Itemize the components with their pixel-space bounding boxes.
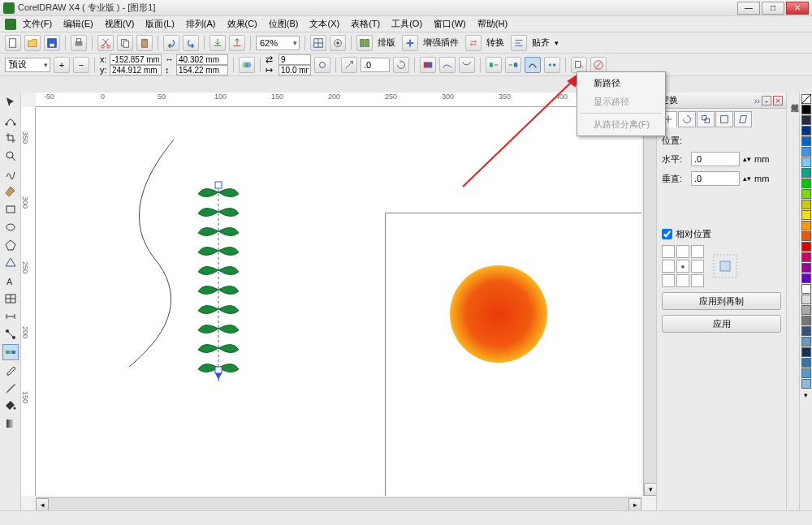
polygon-tool[interactable]	[2, 237, 19, 253]
docker-close-button[interactable]: ×	[773, 96, 783, 105]
gradient-circle-object[interactable]	[446, 261, 551, 367]
more-blend-button[interactable]	[544, 57, 560, 73]
zoom-tool[interactable]	[2, 148, 19, 164]
export-button[interactable]	[229, 35, 245, 51]
color-swatch[interactable]	[801, 189, 811, 199]
color-swatch[interactable]	[801, 157, 811, 167]
leaf-blend-object[interactable]	[190, 180, 247, 391]
align-label[interactable]: 贴齐	[529, 35, 553, 50]
scroll-right-button[interactable]: ▸	[628, 498, 641, 510]
collapsed-docker[interactable]: 对象属性	[786, 93, 799, 510]
anchor-bc[interactable]	[676, 274, 689, 287]
relative-checkbox[interactable]	[662, 229, 672, 239]
color-swatch[interactable]	[801, 337, 811, 346]
align-icon[interactable]	[511, 35, 527, 51]
preset-dropdown[interactable]: 预设	[5, 58, 50, 72]
dimension-tool[interactable]	[2, 308, 19, 325]
anchor-mr[interactable]	[691, 260, 704, 273]
loop-button[interactable]	[314, 57, 330, 73]
minimize-button[interactable]: —	[737, 2, 760, 15]
tab-rotate[interactable]	[678, 111, 696, 127]
docker-min-button[interactable]: -	[762, 96, 771, 105]
end-obj-button[interactable]	[505, 57, 521, 73]
anchor-tr[interactable]	[691, 245, 704, 258]
basic-shapes-tool[interactable]	[2, 255, 19, 271]
plugin-icon[interactable]	[402, 35, 418, 51]
color-swatch[interactable]	[801, 200, 811, 209]
tab-scale[interactable]	[697, 111, 715, 127]
color-swatch[interactable]	[801, 284, 811, 294]
maximize-button[interactable]: □	[762, 2, 784, 15]
start-obj-button[interactable]	[486, 57, 502, 73]
print-button[interactable]	[71, 35, 87, 51]
palette-scroll-down[interactable]: ▾	[804, 391, 808, 399]
color-swatch[interactable]	[801, 295, 811, 304]
pick-tool[interactable]	[2, 94, 19, 110]
color-swatch[interactable]	[801, 379, 811, 389]
connector-tool[interactable]	[2, 326, 19, 342]
anchor-br[interactable]	[691, 274, 704, 287]
blend-tool[interactable]	[2, 344, 19, 360]
menu-table[interactable]: 表格(T)	[346, 16, 385, 32]
anchor-tc[interactable]	[676, 245, 689, 258]
color-swatch[interactable]	[801, 221, 811, 230]
accel-button[interactable]	[439, 57, 456, 73]
s-curve-object[interactable]	[125, 136, 198, 375]
color-swatch[interactable]	[801, 305, 811, 315]
menu-window[interactable]: 窗口(W)	[429, 16, 471, 32]
layout-icon[interactable]	[356, 35, 373, 51]
tab-skew[interactable]	[734, 111, 752, 127]
color-swatch[interactable]	[801, 252, 811, 262]
menu-new-path[interactable]: 新路径	[577, 74, 665, 93]
color-swatch[interactable]	[801, 179, 811, 188]
color-swatch[interactable]	[801, 210, 811, 220]
vert-input[interactable]	[691, 171, 740, 186]
outline-tool[interactable]	[2, 380, 19, 396]
rectangle-tool[interactable]	[2, 201, 19, 217]
undo-button[interactable]	[163, 35, 179, 51]
anchor-center[interactable]	[676, 260, 689, 273]
color-swatch[interactable]	[801, 347, 811, 357]
width-input[interactable]	[176, 54, 228, 65]
direction-button[interactable]	[341, 57, 357, 73]
color-swatch[interactable]	[801, 105, 811, 114]
color-swatch[interactable]	[801, 147, 811, 157]
ruler-vertical[interactable]: 350 300 250 200 150	[21, 107, 36, 496]
color-swatch[interactable]	[801, 242, 811, 252]
import-button[interactable]	[209, 35, 226, 51]
menu-bitmap[interactable]: 位图(B)	[264, 16, 304, 32]
paste-button[interactable]	[136, 35, 153, 51]
shape-tool[interactable]	[2, 112, 19, 128]
menu-help[interactable]: 帮助(H)	[473, 16, 512, 32]
menu-tools[interactable]: 工具(O)	[387, 16, 427, 32]
color-swatch[interactable]	[801, 368, 811, 378]
redo-button[interactable]	[183, 35, 199, 51]
menu-layout[interactable]: 版面(L)	[140, 16, 179, 32]
no-color-swatch[interactable]	[801, 94, 811, 104]
blend-button[interactable]	[239, 57, 255, 73]
spinner-icon[interactable]: ▴▾	[743, 174, 751, 183]
color-swatch[interactable]	[801, 231, 811, 241]
anchor-bl[interactable]	[662, 274, 675, 287]
menu-view[interactable]: 视图(V)	[100, 16, 140, 32]
menu-file[interactable]: 文件(F)	[18, 16, 57, 32]
spacing-input[interactable]	[279, 65, 311, 75]
menu-text[interactable]: 文本(X)	[304, 16, 344, 32]
color-swatch[interactable]	[801, 326, 811, 336]
scroll-down-button[interactable]: ▾	[644, 483, 656, 496]
copies-input[interactable]	[279, 54, 311, 65]
accel2-button[interactable]	[459, 57, 475, 73]
zoom-dropdown[interactable]: 62%	[256, 36, 300, 50]
docker-titlebar[interactable]: 变换 ›› - ×	[657, 93, 786, 109]
eyedropper-tool[interactable]	[2, 362, 19, 378]
apply-duplicate-button[interactable]: 应用到再制	[662, 292, 781, 310]
y-input[interactable]	[110, 65, 162, 75]
color-swatch[interactable]	[801, 358, 811, 368]
copy-props-button[interactable]	[571, 57, 587, 73]
interactive-fill-tool[interactable]	[2, 415, 19, 432]
horiz-input[interactable]	[691, 152, 740, 166]
clear-blend-button[interactable]	[590, 57, 607, 73]
color-swatch[interactable]	[801, 136, 811, 146]
anchor-grid[interactable]	[662, 245, 704, 287]
scroll-left-button[interactable]: ◂	[36, 498, 49, 510]
